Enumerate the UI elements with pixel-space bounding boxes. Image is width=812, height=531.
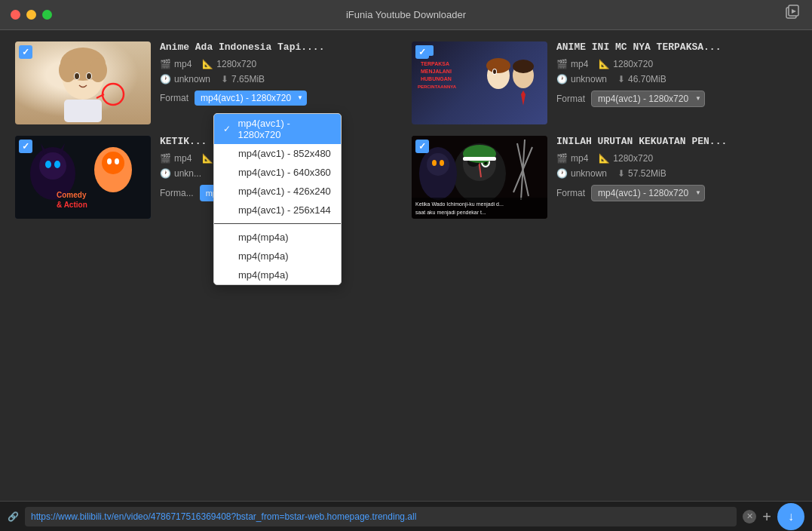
- format-select-wrap-2[interactable]: mp4(avc1) - 1280x720 mp4(avc1) - 852x480…: [591, 91, 705, 107]
- meta-resolution-2: 📐 1280x720: [599, 59, 653, 69]
- checkbox-1[interactable]: ✓: [19, 45, 32, 59]
- svg-point-55: [432, 160, 437, 166]
- svg-point-5: [59, 58, 77, 82]
- dropdown-item-3[interactable]: mp4(avc1) - 426x240: [214, 182, 341, 201]
- svg-text:PERCINTAANNYA: PERCINTAANNYA: [418, 84, 457, 89]
- dropdown-item-7[interactable]: mp4(mp4a): [214, 266, 341, 284]
- clock-icon-4: 🕐: [556, 168, 568, 179]
- svg-point-21: [486, 58, 510, 73]
- thumbnail-1: ✓: [15, 41, 151, 124]
- minimize-button[interactable]: [26, 10, 36, 20]
- svg-text:saat aku menjadi pendekar t...: saat aku menjadi pendekar t...: [415, 210, 486, 216]
- meta-size-4: ⬇ 57.52MiB: [617, 168, 666, 179]
- meta-duration-1: 🕐 unknown: [160, 74, 210, 84]
- meta-row-1b: 🕐 unknown ⬇ 7.65MiB: [160, 74, 400, 84]
- thumbnail-3: Comedy & Action ✓: [15, 136, 151, 219]
- svg-text:Ketika Wado Ichimonji-ku menja: Ketika Wado Ichimonji-ku menjadi d...: [415, 201, 504, 207]
- url-input[interactable]: [25, 507, 737, 526]
- dropdown-item-4[interactable]: mp4(avc1) - 256x144: [214, 201, 341, 219]
- video-info-2: ANIME INI MC NYA TERPAKSA... 🎬 mp4 📐 128…: [556, 41, 797, 107]
- link-icon: 🔗: [8, 511, 19, 522]
- url-clear-button[interactable]: ✕: [743, 510, 756, 523]
- clock-icon-3: 🕐: [160, 168, 171, 179]
- svg-point-54: [427, 153, 449, 176]
- video-card-4: Ketika Wado Ichimonji-ku menjadi d... sa…: [412, 136, 797, 219]
- svg-text:& Action: & Action: [57, 201, 87, 209]
- format-row-4: Format mp4(avc1) - 1280x720 mp4(avc1) - …: [556, 185, 797, 201]
- svg-marker-26: [521, 91, 526, 106]
- format-select-1[interactable]: mp4(avc1) - 1280x720 mp4(avc1) - 852x480…: [195, 91, 307, 106]
- close-button[interactable]: [11, 10, 20, 20]
- video-info-1: Anime Ada Indonesia Tapi.... 🎬 mp4 📐 128…: [160, 41, 400, 106]
- checkbox-2[interactable]: ✓: [415, 45, 429, 59]
- format-select-2[interactable]: mp4(avc1) - 1280x720 mp4(avc1) - 852x480…: [591, 91, 705, 107]
- dropdown-item-5[interactable]: mp4(mp4a): [214, 228, 341, 247]
- meta-row-4a: 🎬 mp4 📐 1280x720: [556, 153, 797, 164]
- video-title-4: INILAH URUTAN KEKUATAN PEN...: [556, 136, 797, 149]
- meta-format-2: 🎬 mp4: [556, 59, 588, 69]
- dropdown-item-1[interactable]: mp4(avc1) - 852x480: [214, 144, 341, 163]
- resolution-icon-3: 📐: [202, 153, 213, 164]
- svg-point-29: [39, 152, 66, 180]
- size-icon-4: ⬇: [617, 168, 625, 179]
- meta-format-1: 🎬 mp4: [160, 59, 192, 69]
- size-icon-2: ⬇: [617, 74, 625, 84]
- maximize-button[interactable]: [42, 10, 52, 20]
- meta-row-1a: 🎬 mp4 📐 1280x720: [160, 59, 400, 69]
- dropdown-item-0[interactable]: ✓ mp4(avc1) - 1280x720: [214, 114, 341, 144]
- dropdown-item-2[interactable]: mp4(avc1) - 640x360: [214, 163, 341, 182]
- url-add-button[interactable]: +: [762, 509, 771, 524]
- checkbox-4[interactable]: ✓: [415, 140, 429, 153]
- meta-duration-4: 🕐 unknown: [556, 168, 607, 179]
- dropdown-item-6[interactable]: mp4(mp4a): [214, 247, 341, 266]
- video-card-1: ✓ Anime Ada Indonesia Tapi.... 🎬 mp4 📐 1…: [15, 41, 400, 124]
- bottom-bar: 🔗 ✕ + ↓: [0, 501, 812, 531]
- meta-size-2: ⬇ 46.70MiB: [617, 74, 666, 84]
- meta-row-2b: 🕐 unknown ⬇ 46.70MiB: [556, 74, 797, 84]
- resolution-icon-2: 📐: [599, 59, 610, 69]
- svg-point-37: [115, 158, 119, 164]
- format-select-wrap-1[interactable]: mp4(avc1) - 1280x720 mp4(avc1) - 852x480…: [195, 91, 307, 106]
- window-controls: [11, 10, 52, 20]
- download-button[interactable]: ↓: [777, 503, 804, 530]
- svg-text:MENJALANI: MENJALANI: [421, 69, 452, 74]
- svg-point-56: [440, 160, 444, 166]
- format-label-2: Format: [556, 94, 585, 104]
- format-dropdown[interactable]: ✓ mp4(avc1) - 1280x720 mp4(avc1) - 852x4…: [213, 113, 342, 285]
- resolution-icon-4: 📐: [599, 153, 610, 164]
- svg-text:HUBUNGAN: HUBUNGAN: [421, 76, 452, 81]
- svg-point-6: [89, 58, 107, 82]
- format-label-3: Forma...: [160, 188, 194, 198]
- checkbox-3[interactable]: ✓: [19, 140, 32, 153]
- meta-row-4b: 🕐 unknown ⬇ 57.52MiB: [556, 168, 797, 179]
- format-row-2: Format mp4(avc1) - 1280x720 mp4(avc1) - …: [556, 91, 797, 107]
- check-icon-0: ✓: [223, 124, 233, 134]
- video-card-2: ID TERPAKSA MENJALANI HUBUNGAN PERCINTAA…: [412, 41, 797, 124]
- titlebar: iFunia Youtube Downloader: [0, 0, 812, 30]
- format-select-wrap-4[interactable]: mp4(avc1) - 1280x720 mp4(avc1) - 852x480…: [591, 185, 705, 201]
- video-title-1: Anime Ada Indonesia Tapi....: [160, 41, 400, 54]
- size-icon-1: ⬇: [221, 74, 228, 84]
- meta-format-3: 🎬 mp4: [160, 153, 192, 164]
- svg-rect-49: [463, 157, 496, 161]
- meta-resolution-4: 📐 1280x720: [599, 153, 653, 164]
- video-card-3: Comedy & Action ✓ KETIK... 🎬 mp4 📐 1280x…: [15, 136, 400, 219]
- svg-text:TERPAKSA: TERPAKSA: [421, 61, 449, 66]
- svg-point-8: [75, 73, 79, 79]
- film-icon-4: 🎬: [556, 153, 568, 164]
- format-select-4[interactable]: mp4(avc1) - 1280x720 mp4(avc1) - 852x480…: [591, 185, 705, 201]
- svg-point-31: [54, 161, 60, 168]
- app-title: iFunia Youtube Downloader: [346, 9, 466, 20]
- resolution-icon-1: 📐: [202, 59, 213, 69]
- meta-row-2a: 🎬 mp4 📐 1280x720: [556, 59, 797, 69]
- format-label-4: Format: [556, 188, 585, 198]
- clock-icon-2: 🕐: [556, 74, 568, 84]
- meta-resolution-1: 📐 1280x720: [202, 59, 256, 69]
- svg-point-12: [103, 84, 124, 105]
- meta-duration-2: 🕐 unknown: [556, 74, 607, 84]
- svg-point-30: [45, 161, 51, 168]
- video-list: ✓ Anime Ada Indonesia Tapi.... 🎬 mp4 📐 1…: [0, 30, 812, 230]
- thumbnail-2: ID TERPAKSA MENJALANI HUBUNGAN PERCINTAA…: [412, 41, 547, 124]
- thumbnail-4: Ketika Wado Ichimonji-ku menjadi d... sa…: [412, 136, 547, 219]
- meta-duration-3: 🕐 unkn...: [160, 168, 201, 179]
